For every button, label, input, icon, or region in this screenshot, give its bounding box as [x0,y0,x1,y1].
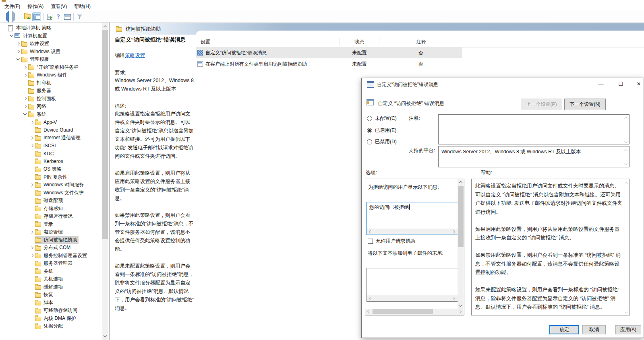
radio-option[interactable]: 未配置(C) [367,115,397,122]
tree-node[interactable]: 服务器 [28,87,52,95]
radio-option[interactable]: 已启用(E) [367,127,396,134]
scroll-left-icon[interactable] [367,295,373,301]
column-header-comment[interactable]: 注释 [379,38,463,45]
chevron-right-icon[interactable] [22,64,28,70]
tree-item[interactable]: 管理模板 [0,56,101,64]
tree-item[interactable]: 控制面板 [0,95,101,103]
ok-button[interactable]: 确定 [549,325,579,334]
tree-item[interactable]: Windows 时间服务 [0,181,101,189]
scrollbar-thumb[interactable] [102,30,108,239]
chevron-right-icon[interactable] [29,182,35,188]
tree-node[interactable]: PIN 复杂性 [35,173,68,181]
tree-node[interactable]: KDC [35,150,55,157]
options-hscrollbar[interactable] [365,309,464,315]
tree-scrollbar[interactable] [102,23,108,340]
chevron-down-icon[interactable] [15,57,21,62]
chevron-right-icon[interactable] [22,96,28,101]
message-textbox[interactable]: 您的访问已被拒绝 [367,202,458,235]
tree-node[interactable]: Kerberos [35,158,64,165]
tree-node[interactable]: 系统 [28,111,48,118]
scroll-up-icon[interactable] [625,181,628,184]
tree-node[interactable]: iSCSI [35,142,57,149]
radio-button[interactable] [367,139,372,144]
tree-node[interactable]: 计算机配置 [14,32,48,40]
tree-item[interactable]: 磁盘配额 [0,197,101,205]
policy-settings-link[interactable]: 策略设置 [125,53,145,58]
chevron-right-icon[interactable] [29,120,35,125]
scroll-right-icon[interactable] [458,309,464,315]
tree-item[interactable]: 服务器管理器 [0,260,101,268]
tree-node[interactable]: “开始”菜单和任务栏 [28,64,80,71]
tree-node[interactable]: 网络 [28,103,48,110]
tree-node[interactable]: Windows 设置 [21,48,62,56]
email-hscrollbar[interactable] [367,295,458,301]
tree-node[interactable]: 关机 [35,268,54,275]
tree-item[interactable]: 凭据分配 [0,322,101,330]
panel-splitter[interactable] [109,23,110,340]
table-row[interactable]: 在客户端上对所有文件类型启用访问被拒绝协助未配置否 [196,58,462,70]
tree-item[interactable]: 软件设置 [0,40,101,48]
column-header-setting[interactable]: 设置 [196,38,340,45]
tree-node[interactable]: 关机选项 [35,275,64,283]
chevron-right-icon[interactable] [15,41,21,47]
tree-item[interactable]: OS 策略 [0,165,101,173]
menu-item-view[interactable]: 查看(V) [47,2,70,11]
scroll-right-icon[interactable] [451,229,458,235]
scroll-right-icon[interactable] [451,295,458,301]
tree-item[interactable]: 关机选项 [0,275,101,283]
console-tree-toggle-icon[interactable] [32,12,41,21]
tree-item[interactable]: 分布式 COM [0,244,101,252]
tree-node[interactable]: 服务控制管理器设置 [35,252,88,260]
comment-textarea[interactable] [438,114,630,144]
back-icon[interactable] [2,13,10,21]
tree-node[interactable]: 控制面板 [28,95,57,103]
tree-item[interactable]: Kerberos [0,158,101,166]
tree-node[interactable]: OS 策略 [35,165,63,173]
tree-node[interactable]: 服务器管理器 [35,260,74,267]
tree-item[interactable]: 服务器 [0,87,101,95]
scroll-up-icon[interactable] [458,179,464,185]
supported-platform-box[interactable]: Windows Server 2012、Windows 8 或 Windows … [438,146,630,167]
tree-item[interactable]: Device Guard [0,126,101,134]
scrollbar-thumb[interactable] [458,186,464,247]
table-row[interactable]: 自定义“访问被拒绝”错误消息未配置否 [196,47,462,58]
tree-node[interactable]: 存储运行状况 [35,212,74,220]
filter-icon[interactable] [76,13,84,21]
tree-node[interactable]: Device Guard [35,127,74,133]
forward-icon[interactable] [11,13,19,21]
tree-item[interactable]: 计算机配置 [0,32,101,40]
tree-node[interactable]: 管理模板 [21,56,50,63]
allow-request-row[interactable]: 允许用户请求协助 [368,238,415,245]
scroll-left-icon[interactable] [365,309,371,315]
scroll-down-icon[interactable] [625,140,627,142]
options-vscrollbar[interactable] [458,179,464,309]
scroll-down-icon[interactable] [102,333,108,339]
tree-item[interactable]: PIN 复杂性 [0,173,101,181]
tree-item[interactable]: 登录 [0,220,101,229]
chevron-right-icon[interactable] [22,104,28,109]
dialog-titlebar[interactable]: 自定义“访问被拒绝”错误消息 — ☐ ✕ [362,78,644,91]
tree-item[interactable]: 本地计算机 策略 [0,24,101,32]
menu-item-action[interactable]: 操作(A) [24,2,47,11]
help-panel[interactable]: 此策略设置指定当拒绝用户访问文件或文件夹时要显示的消息。可以自定义 “访问被拒绝… [471,179,630,315]
tree-node[interactable]: Windows 组件 [28,71,68,79]
export-list-icon[interactable] [46,13,54,21]
close-icon[interactable]: ✕ [632,78,644,90]
tree-node[interactable]: 内核 DMA 保护 [35,315,77,322]
tree-item[interactable]: 内核 DMA 保护 [0,315,101,323]
tree-node[interactable]: 访问被拒绝协助 [35,236,79,244]
tree-item[interactable]: 关机 [0,268,101,276]
tree-node[interactable]: 存储感知 [35,205,64,212]
column-header-status[interactable]: 状态 [340,38,379,45]
email-append-textbox[interactable] [367,268,458,302]
scroll-down-icon[interactable] [625,162,627,165]
tree-item[interactable]: 电源管理 [0,228,101,236]
chevron-right-icon[interactable] [15,49,21,54]
tree-node[interactable]: 登录 [35,220,54,228]
cancel-button[interactable]: 取消 [582,325,606,334]
scrollbar-thumb[interactable] [373,309,433,314]
previous-setting-button[interactable]: 上一个设置(P) [521,99,562,110]
minimize-icon[interactable]: — [594,78,607,90]
tree-node[interactable]: 恢复 [35,291,54,299]
tree-item[interactable]: 网络 [0,103,101,111]
